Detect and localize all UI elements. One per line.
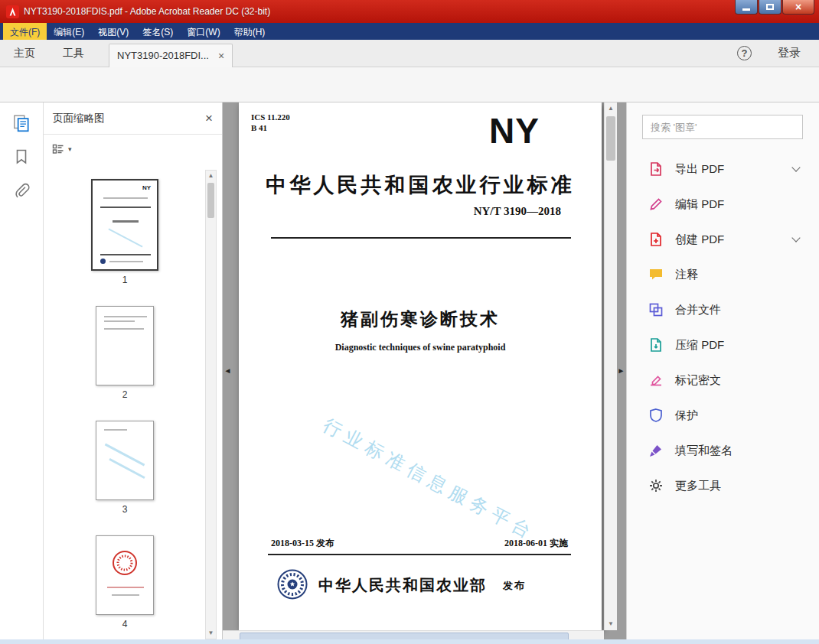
tools-search-input[interactable] (642, 115, 803, 139)
pages-icon (11, 113, 31, 133)
preview-line (100, 207, 151, 208)
ministry-emblem (277, 569, 308, 600)
class-code: B 41 (251, 122, 290, 133)
preview-emblem (100, 259, 106, 264)
implementation-date: 2018-06-01 实施 (504, 537, 568, 550)
thumbnail-page-3[interactable]: 3 (91, 421, 158, 515)
ny-logo: NY (489, 110, 540, 151)
tool-export-pdf[interactable]: 导出 PDF (627, 151, 819, 187)
ics-number: ICS 11.220 (251, 112, 290, 122)
attachments-panel-button[interactable] (8, 177, 34, 203)
thumbnail-preview (96, 306, 154, 385)
issuer-action: 发布 (503, 579, 526, 593)
issuer-name: 中华人民共和国农业部 (318, 575, 487, 596)
title-bar[interactable]: NYT3190-2018FDIS.pdf - Adobe Acrobat Rea… (0, 0, 819, 23)
preview-line (103, 197, 148, 199)
thumbnails-scrollbar[interactable]: ▲ ▼ (205, 170, 217, 639)
scroll-down-icon[interactable]: ▼ (605, 618, 617, 630)
standard-name: 中华人民共和国农业行业标准 (239, 171, 602, 199)
maximize-button[interactable] (759, 0, 781, 15)
watermark: 行业标准信息服务平台 (318, 413, 540, 546)
tool-label: 压缩 PDF (675, 338, 724, 353)
tool-label: 标记密文 (675, 373, 721, 388)
menu-file[interactable]: 文件(F) (3, 23, 47, 40)
preview-line (112, 594, 139, 596)
preview-line (104, 328, 144, 330)
create-pdf-icon (647, 230, 665, 249)
tab-home[interactable]: 主页 (0, 47, 49, 60)
menu-edit[interactable]: 编辑(E) (47, 23, 91, 40)
scroll-down-icon[interactable]: ▼ (206, 628, 216, 639)
document-tab-close-icon[interactable]: × (218, 50, 224, 62)
horizontal-rule (271, 237, 571, 239)
preview-red-seal (112, 550, 138, 576)
tool-label: 合并文件 (675, 303, 721, 317)
more-tools-icon (647, 476, 665, 495)
tool-label: 创建 PDF (675, 233, 724, 247)
issue-date: 2018-03-15 发布 (271, 537, 334, 550)
standard-number: NY/T 3190—2018 (474, 205, 561, 218)
combine-files-icon (647, 301, 665, 319)
comment-icon (647, 265, 665, 284)
thumbnail-page-2[interactable]: 2 (91, 306, 158, 400)
thumbnail-options-icon[interactable] (51, 142, 65, 156)
ics-block: ICS 11.220 B 41 (251, 112, 290, 133)
menu-view[interactable]: 视图(V) (91, 23, 135, 40)
tool-redact[interactable]: 标记密文 (627, 363, 819, 398)
collapse-left-panel-icon[interactable]: ◄ (223, 359, 233, 381)
thumbnail-preview (96, 421, 154, 500)
pdf-page: ICS 11.220 B 41 NY 中华人民共和国农业行业标准 NY/T 31… (239, 102, 602, 630)
scrollbar-thumb[interactable] (207, 183, 214, 218)
document-vertical-scrollbar[interactable]: ▲ ▼ (604, 102, 617, 630)
chevron-down-icon[interactable] (791, 233, 800, 242)
sign-in-button[interactable]: 登录 (778, 46, 801, 60)
thumbnail-page-1[interactable]: NY 1 (86, 179, 163, 285)
tool-label: 导出 PDF (675, 162, 724, 177)
menu-help[interactable]: 帮助(H) (227, 23, 272, 40)
document-title: 猪副伤寒诊断技术 (239, 307, 602, 331)
close-button[interactable]: × (782, 0, 814, 15)
tool-protect[interactable]: 保护 (627, 398, 819, 433)
page-thumbnails-panel-button[interactable] (8, 110, 34, 136)
tools-panel: 导出 PDF 编辑 PDF 创建 PDF 注释 合并文件 (626, 102, 819, 644)
thumbnail-page-4[interactable]: 4 (91, 535, 158, 629)
tool-more-tools[interactable]: 更多工具 (627, 468, 819, 503)
document-area: ICS 11.220 B 41 NY 中华人民共和国农业行业标准 NY/T 31… (223, 102, 626, 644)
tab-document[interactable]: NYT3190-2018FDI... × (109, 44, 233, 67)
tool-combine-files[interactable]: 合并文件 (627, 292, 819, 327)
thumbnail-page-number: 4 (91, 619, 158, 629)
menu-window[interactable]: 窗口(W) (180, 23, 227, 40)
options-caret-icon[interactable]: ▾ (68, 145, 72, 153)
window-title: NYT3190-2018FDIS.pdf - Adobe Acrobat Rea… (24, 6, 270, 17)
thumbnails-panel-title: 页面缩略图 (53, 112, 105, 125)
tool-compress-pdf[interactable]: 压缩 PDF (627, 327, 819, 363)
tool-edit-pdf[interactable]: 编辑 PDF (627, 187, 819, 222)
tool-comment[interactable]: 注释 (627, 257, 819, 292)
scroll-up-icon[interactable]: ▲ (605, 102, 617, 115)
preview-watermark (105, 444, 145, 467)
export-pdf-icon (647, 160, 665, 178)
document-tab-label: NYT3190-2018FDI... (117, 50, 209, 61)
compress-pdf-icon (647, 336, 665, 354)
tool-fill-sign[interactable]: 填写和签名 (627, 433, 819, 468)
main-area: 页面缩略图 × ▾ NY 1 (0, 102, 819, 644)
close-icon: × (795, 2, 801, 12)
expand-right-panel-icon[interactable]: ► (616, 359, 626, 381)
chevron-down-icon[interactable] (791, 163, 800, 171)
panel-close-icon[interactable]: × (205, 111, 213, 126)
preview-line (107, 587, 144, 588)
bookmark-icon (12, 148, 31, 166)
minimize-icon (742, 8, 750, 11)
redact-icon (647, 371, 665, 389)
scrollbar-thumb[interactable] (606, 116, 615, 161)
preview-line (104, 320, 135, 322)
scroll-up-icon[interactable]: ▲ (206, 171, 216, 181)
bookmarks-panel-button[interactable] (8, 144, 34, 170)
thumbnails-options-row: ▾ (44, 135, 222, 164)
minimize-button[interactable] (735, 0, 758, 15)
help-icon[interactable]: ? (737, 46, 752, 60)
tab-tools[interactable]: 工具 (49, 47, 98, 60)
menu-sign[interactable]: 签名(S) (135, 23, 180, 40)
tool-label: 填写和签名 (675, 444, 733, 458)
tool-create-pdf[interactable]: 创建 PDF (627, 222, 819, 257)
